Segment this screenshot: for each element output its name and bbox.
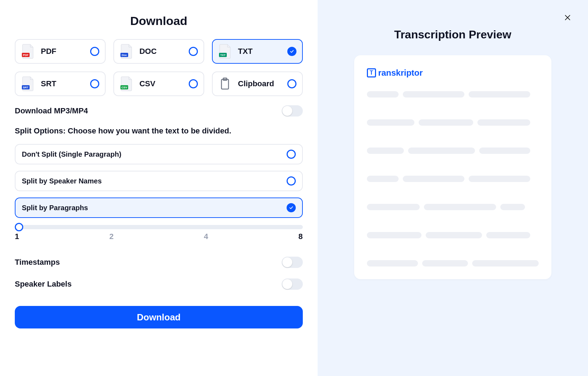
timestamps-toggle[interactable] xyxy=(282,257,303,268)
svg-text:TXT: TXT xyxy=(220,54,225,57)
slider-ticks: 1248 xyxy=(15,232,303,241)
skeleton-bar xyxy=(500,204,525,210)
speakerLabels-label: Speaker Labels xyxy=(15,280,71,289)
skeleton-bar xyxy=(403,176,464,182)
download-panel: Download PDFPDFDocDOCTXTTXTSRTSRTCSVCSVC… xyxy=(0,0,318,376)
format-grid: PDFPDFDocDOCTXTTXTSRTSRTCSVCSVClipboard xyxy=(15,39,303,96)
preview-card: Transkriptor xyxy=(354,55,551,279)
format-card-txt[interactable]: TXTTXT xyxy=(212,39,303,64)
brand-logo: Transkriptor xyxy=(367,68,539,78)
skeleton-bar xyxy=(408,148,475,154)
split-options: Don't Split (Single Paragraph)Split by S… xyxy=(15,144,303,218)
brand-logo-text: ranskriptor xyxy=(378,68,423,78)
svg-text:CSV: CSV xyxy=(121,86,127,89)
format-radio[interactable] xyxy=(189,79,198,88)
skeleton-bar xyxy=(367,148,404,154)
skeleton-row xyxy=(367,204,539,210)
skeleton-bar xyxy=(367,260,418,267)
skeleton-bar xyxy=(367,119,414,126)
format-card-csv[interactable]: CSVCSV xyxy=(113,71,204,96)
slider-handle[interactable] xyxy=(15,223,23,231)
format-card-pdf[interactable]: PDFPDF xyxy=(15,39,106,64)
format-label: PDF xyxy=(41,47,90,56)
format-card-clipboard[interactable]: Clipboard xyxy=(212,71,303,96)
svg-text:Doc: Doc xyxy=(121,54,127,57)
skeleton-bar xyxy=(422,260,468,267)
skeleton-bar xyxy=(479,148,530,154)
slider-tick: 4 xyxy=(204,232,208,241)
svg-text:PDF: PDF xyxy=(23,54,29,57)
file-pdf-icon: PDF xyxy=(20,43,36,59)
toggle-list: TimestampsSpeaker Labels xyxy=(15,254,303,290)
paragraph-slider[interactable] xyxy=(15,225,303,229)
split-option-speaker[interactable]: Split by Speaker Names xyxy=(15,171,303,191)
split-option-label: Don't Split (Single Paragraph) xyxy=(22,150,121,158)
skeleton-bar xyxy=(469,91,530,98)
skeleton-row xyxy=(367,232,539,238)
split-option-radio[interactable] xyxy=(287,203,296,212)
skeleton-bar xyxy=(426,232,482,238)
skeleton-row xyxy=(367,260,539,267)
mp3mp4-row: Download MP3/MP4 xyxy=(15,105,303,117)
split-option-label: Split by Speaker Names xyxy=(22,177,102,185)
brand-logo-icon: T xyxy=(367,68,376,77)
format-label: CSV xyxy=(139,79,189,88)
file-txt-icon: TXT xyxy=(217,43,233,59)
slider-tick: 2 xyxy=(110,232,114,241)
split-option-radio[interactable] xyxy=(287,176,296,186)
skeleton-bar xyxy=(424,204,496,210)
clipboard-icon xyxy=(217,76,233,92)
svg-rect-10 xyxy=(221,80,229,89)
skeleton-row xyxy=(367,119,539,126)
format-label: DOC xyxy=(139,47,189,56)
format-label: SRT xyxy=(41,79,90,88)
file-csv-icon: CSV xyxy=(118,76,135,92)
format-radio[interactable] xyxy=(90,47,99,56)
format-radio[interactable] xyxy=(90,79,99,88)
file-srt-icon: SRT xyxy=(20,76,36,92)
preview-title: Transcription Preview xyxy=(394,28,512,41)
split-option-paragraph[interactable]: Split by Paragraphs xyxy=(15,198,303,218)
split-option-none[interactable]: Don't Split (Single Paragraph) xyxy=(15,144,303,164)
format-radio[interactable] xyxy=(287,47,296,56)
close-button[interactable] xyxy=(560,10,575,25)
skeleton-bar xyxy=(403,91,464,98)
format-radio[interactable] xyxy=(287,79,296,88)
mp3mp4-label: Download MP3/MP4 xyxy=(15,106,88,115)
format-label: Clipboard xyxy=(238,79,287,88)
skeleton-bar xyxy=(419,119,473,126)
slider-tick: 1 xyxy=(15,232,19,241)
file-doc-icon: Doc xyxy=(118,43,135,59)
split-option-label: Split by Paragraphs xyxy=(22,204,88,212)
skeleton-row xyxy=(367,148,539,154)
skeleton-bar xyxy=(472,260,539,267)
close-icon xyxy=(564,14,571,21)
download-button[interactable]: Download xyxy=(15,306,303,328)
format-card-srt[interactable]: SRTSRT xyxy=(15,71,106,96)
skeleton-preview xyxy=(367,91,539,267)
svg-text:SRT: SRT xyxy=(23,86,29,89)
speakerLabels-row: Speaker Labels xyxy=(15,278,303,290)
paragraph-slider-wrap: 1248 xyxy=(15,225,303,241)
skeleton-bar xyxy=(477,119,530,126)
skeleton-bar xyxy=(367,176,399,182)
slider-tick: 8 xyxy=(299,232,303,241)
timestamps-label: Timestamps xyxy=(15,258,60,267)
split-option-radio[interactable] xyxy=(287,150,296,159)
skeleton-bar xyxy=(486,232,530,238)
timestamps-row: Timestamps xyxy=(15,257,303,268)
preview-panel: Transcription Preview Transkriptor xyxy=(318,0,588,376)
skeleton-bar xyxy=(367,91,399,98)
mp3mp4-toggle[interactable] xyxy=(282,105,303,117)
skeleton-bar xyxy=(367,232,421,238)
format-radio[interactable] xyxy=(189,47,198,56)
skeleton-bar xyxy=(367,204,420,210)
skeleton-bar xyxy=(469,176,530,182)
skeleton-row xyxy=(367,91,539,98)
split-section-label: Split Options: Choose how you want the t… xyxy=(15,126,303,136)
page-title: Download xyxy=(15,14,303,28)
format-label: TXT xyxy=(238,47,287,56)
skeleton-row xyxy=(367,176,539,182)
speakerLabels-toggle[interactable] xyxy=(282,278,303,290)
format-card-doc[interactable]: DocDOC xyxy=(113,39,204,64)
